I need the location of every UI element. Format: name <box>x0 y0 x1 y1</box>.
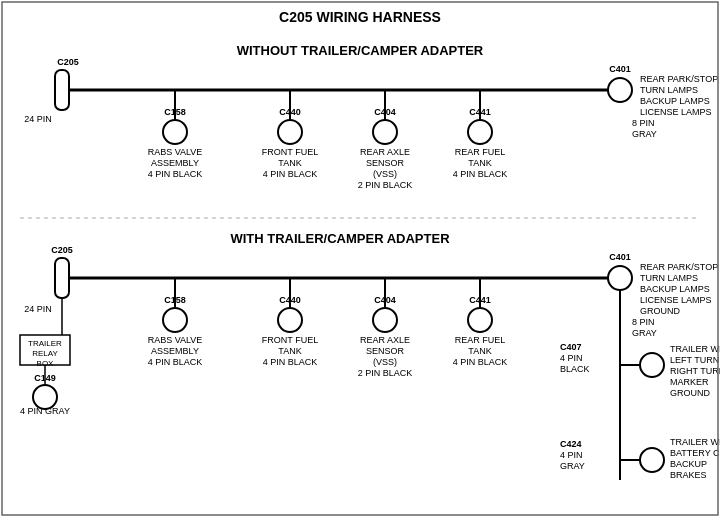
section1-c404-d4: 2 PIN BLACK <box>358 180 413 190</box>
section1-c440-circle <box>278 120 302 144</box>
section1-c441-d3: 4 PIN BLACK <box>453 169 508 179</box>
section2-right-d2: TURN LAMPS <box>640 273 698 283</box>
section1-right-desc3: BACKUP LAMPS <box>640 96 710 106</box>
relay-box-text1: TRAILER <box>28 339 62 348</box>
section2-left-id: C205 <box>51 245 73 255</box>
c424-circle <box>640 448 664 472</box>
section2-c404-circle <box>373 308 397 332</box>
c407-d1: TRAILER WIRES <box>670 344 720 354</box>
section2-right-sub1: 8 PIN <box>632 317 655 327</box>
section1-c441-circle <box>468 120 492 144</box>
c424-d1: TRAILER WIRES <box>670 437 720 447</box>
c424-id: C424 <box>560 439 582 449</box>
section2-c404-d1: REAR AXLE <box>360 335 410 345</box>
section1-c440-d1: FRONT FUEL <box>262 147 318 157</box>
relay-box-text2: RELAY <box>32 349 58 358</box>
section2-label: WITH TRAILER/CAMPER ADAPTER <box>230 231 450 246</box>
section2-c158-d1: RABS VALVE <box>148 335 203 345</box>
section2-c441-d1: REAR FUEL <box>455 335 506 345</box>
section1-right-desc1: REAR PARK/STOP <box>640 74 718 84</box>
section1-left-connector <box>55 70 69 110</box>
c424-d4: BRAKES <box>670 470 707 480</box>
section1-c158-d1: RABS VALVE <box>148 147 203 157</box>
section1-right-sub2: GRAY <box>632 129 657 139</box>
section2-right-d1: REAR PARK/STOP <box>640 262 718 272</box>
section1-c158-d3: 4 PIN BLACK <box>148 169 203 179</box>
section2-right-d3: BACKUP LAMPS <box>640 284 710 294</box>
section1-c441-d2: TANK <box>468 158 491 168</box>
section1-c404-id: C404 <box>374 107 396 117</box>
section2-c404-d2: SENSOR <box>366 346 405 356</box>
section2-c440-circle <box>278 308 302 332</box>
section2-c158-id: C158 <box>164 295 186 305</box>
section2-c441-circle <box>468 308 492 332</box>
section1-c404-d3: (VSS) <box>373 169 397 179</box>
section2-right-connector <box>608 266 632 290</box>
section1-c441-d1: REAR FUEL <box>455 147 506 157</box>
section1-right-desc4: LICENSE LAMPS <box>640 107 712 117</box>
section2-c404-d3: (VSS) <box>373 357 397 367</box>
section1-right-sub1: 8 PIN <box>632 118 655 128</box>
section2-c441-d2: TANK <box>468 346 491 356</box>
section2-c440-d1: FRONT FUEL <box>262 335 318 345</box>
section1-right-connector <box>608 78 632 102</box>
section1-c441-id: C441 <box>469 107 491 117</box>
c149-sub: 4 PIN GRAY <box>20 406 70 416</box>
c407-d5: GROUND <box>670 388 710 398</box>
section1-right-id: C401 <box>609 64 631 74</box>
section2-right-id: C401 <box>609 252 631 262</box>
section1-c158-circle <box>163 120 187 144</box>
c407-sub2: BLACK <box>560 364 590 374</box>
section1-left-id: C205 <box>57 57 79 67</box>
section1-c404-d2: SENSOR <box>366 158 405 168</box>
c424-sub1: 4 PIN <box>560 450 583 460</box>
wiring-diagram: C205 WIRING HARNESS WITHOUT TRAILER/CAMP… <box>0 0 720 517</box>
section2-left-sub: 24 PIN <box>24 304 52 314</box>
section1-c440-d3: 4 PIN BLACK <box>263 169 318 179</box>
section2-right-sub2: GRAY <box>632 328 657 338</box>
section1-c158-id: C158 <box>164 107 186 117</box>
section2-c440-d2: TANK <box>278 346 301 356</box>
section2-c440-id: C440 <box>279 295 301 305</box>
section2-c158-d3: 4 PIN BLACK <box>148 357 203 367</box>
c407-sub1: 4 PIN <box>560 353 583 363</box>
c149-id: C149 <box>34 373 56 383</box>
section1-c404-circle <box>373 120 397 144</box>
page: C205 WIRING HARNESS WITHOUT TRAILER/CAMP… <box>0 0 720 517</box>
section1-c158-d2: ASSEMBLY <box>151 158 199 168</box>
section2-c158-circle <box>163 308 187 332</box>
section1-c404-d1: REAR AXLE <box>360 147 410 157</box>
main-title: C205 WIRING HARNESS <box>279 9 441 25</box>
c407-d4: MARKER <box>670 377 709 387</box>
section1-c440-id: C440 <box>279 107 301 117</box>
section1-left-sub: 24 PIN <box>24 114 52 124</box>
c424-d3: BACKUP <box>670 459 707 469</box>
section2-right-d4: LICENSE LAMPS <box>640 295 712 305</box>
section2-c404-d4: 2 PIN BLACK <box>358 368 413 378</box>
section1-label: WITHOUT TRAILER/CAMPER ADAPTER <box>237 43 484 58</box>
section1-c440-d2: TANK <box>278 158 301 168</box>
c407-d2: LEFT TURN <box>670 355 719 365</box>
section2-c441-d3: 4 PIN BLACK <box>453 357 508 367</box>
c424-sub2: GRAY <box>560 461 585 471</box>
section1-right-desc2: TURN LAMPS <box>640 85 698 95</box>
section2-c441-id: C441 <box>469 295 491 305</box>
c407-circle <box>640 353 664 377</box>
section2-left-connector <box>55 258 69 298</box>
c407-id: C407 <box>560 342 582 352</box>
section2-c440-d3: 4 PIN BLACK <box>263 357 318 367</box>
section2-c158-d2: ASSEMBLY <box>151 346 199 356</box>
c407-d3: RIGHT TURN <box>670 366 720 376</box>
section2-c404-id: C404 <box>374 295 396 305</box>
section2-right-d5: GROUND <box>640 306 680 316</box>
c424-d2: BATTERY CHARGE <box>670 448 720 458</box>
